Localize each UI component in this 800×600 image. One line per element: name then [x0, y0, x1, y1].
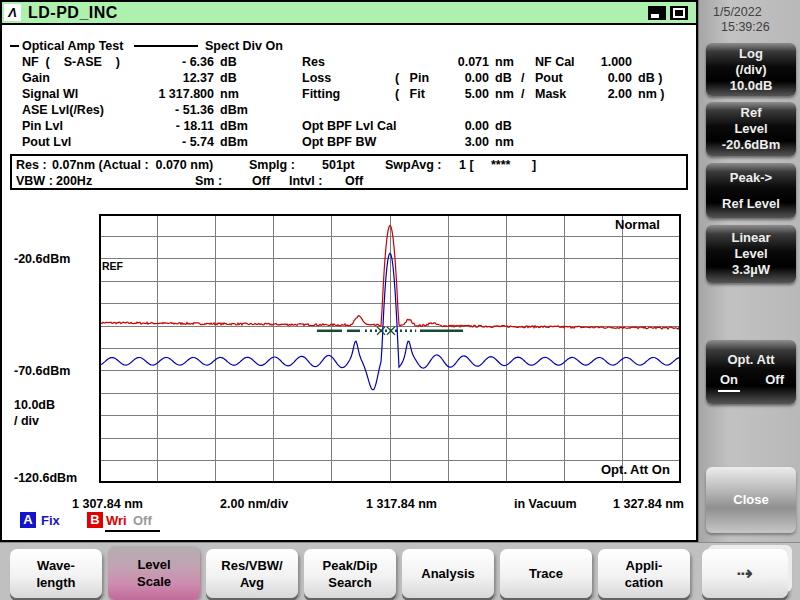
softkey-label: Level [706, 246, 796, 262]
menu-button-more-pages[interactable]: ⇢ [702, 549, 788, 598]
yaxis-bottom-level-label: -120.6dBm [14, 471, 77, 485]
meas-value: - 51.36 [130, 103, 214, 117]
meas-unit: dBm [220, 103, 248, 117]
softkey-panel: 1/5/2022 15:39:26 Log (/div) 10.0dB Ref … [698, 0, 800, 542]
menu-button-application[interactable]: Appli- cation [598, 549, 690, 598]
param-label: NF Cal [535, 55, 575, 69]
param-value: 2.00 [575, 87, 632, 101]
softkey-ref-level[interactable]: Ref Level -20.6dBm [706, 102, 796, 156]
section-rule [10, 45, 19, 47]
opt-att-off-option[interactable]: Off [765, 372, 784, 392]
softkey-opt-att[interactable]: Opt. Att On Off [706, 340, 796, 404]
menu-label: Peak/Dip [304, 557, 396, 574]
status-label: Sm : [195, 174, 222, 188]
menu-label: Res/VBW/ [206, 557, 298, 574]
menu-button-level-scale[interactable]: Level Scale [108, 546, 200, 600]
param-value: 0.00 [432, 71, 489, 85]
trace-a-mode: Fix [41, 513, 60, 528]
param-row-res: Res 0.071 nm NF Cal 1.000 [2, 55, 696, 71]
softkey-value: 10.0dB [706, 78, 796, 94]
status-value: Off [345, 174, 363, 188]
minimize-button[interactable] [648, 6, 666, 20]
status-value: 200Hz [56, 174, 92, 188]
param-unit: nm ) [638, 87, 664, 101]
softkey-linear-level[interactable]: Linear Level 3.3µW [706, 225, 796, 283]
spect-div-status: Spect Div On [205, 39, 283, 53]
softkey-value: -20.6dBm [706, 137, 796, 153]
window-title: LD-PD_INC [28, 2, 118, 23]
param-label: Opt BPF Lvl Cal [302, 119, 396, 133]
status-label: VBW : [16, 174, 53, 188]
yaxis-scale-label: / div [14, 414, 39, 428]
status-label: Res : [16, 158, 47, 172]
param-row-bpf-bw: Opt BPF BW 3.00 nm [2, 135, 696, 151]
status-label: SwpAvg : [385, 158, 441, 172]
menu-label: cation [598, 574, 690, 591]
param-label: Opt BPF BW [302, 135, 376, 149]
maximize-button[interactable] [670, 6, 688, 20]
meas-label: ASE Lvl(/Res) [22, 103, 104, 117]
datetime-display: 1/5/2022 15:39:26 [713, 5, 770, 35]
menu-button-res-vbw-avg[interactable]: Res/VBW/ Avg [206, 549, 298, 598]
softkey-label: Close [706, 492, 796, 508]
softkey-value: 3.3µW [706, 262, 796, 278]
yaxis-ref-level-label: -20.6dBm [14, 252, 70, 266]
param-label: Fitting [302, 87, 340, 101]
param-label: ( Fit [395, 87, 425, 101]
status-value: Off [252, 174, 270, 188]
param-row-bpf-cal: Opt BPF Lvl Cal 0.00 dB [2, 119, 696, 135]
param-row-fitting: Fitting ( Fit 5.00 nm / Mask 2.00 nm ) [2, 87, 696, 103]
trace-b-underline [105, 530, 160, 532]
menu-button-analysis[interactable]: Analysis [402, 549, 494, 598]
softkey-label: Ref [706, 105, 796, 121]
section-rule [134, 45, 198, 47]
maximize-icon [673, 8, 685, 18]
menu-button-peak-dip-search[interactable]: Peak/Dip Search [304, 549, 396, 598]
time-text: 15:39:26 [713, 20, 770, 35]
status-label: Intvl : [289, 174, 322, 188]
param-value: 3.00 [432, 135, 489, 149]
param-unit: nm [495, 87, 514, 101]
softkey-label: Opt. Att [706, 352, 796, 368]
status-value: **** [491, 158, 510, 172]
menu-button-wavelength[interactable]: Wave- length [10, 549, 102, 598]
param-unit: nm [495, 135, 514, 149]
trace-b-badge: B [87, 512, 103, 528]
softkey-log-per-div[interactable]: Log (/div) 10.0dB [706, 43, 796, 96]
param-label: Res [302, 55, 325, 69]
softkey-label: Peak-> [706, 170, 796, 186]
trace-b-mode: Wri [106, 513, 127, 528]
main-window: Λ LD-PD_INC Optical Amp Test Spect Div O… [0, 0, 698, 542]
menu-button-trace[interactable]: Trace [500, 549, 592, 598]
param-value: 0.00 [432, 119, 489, 133]
menu-label: Analysis [402, 565, 494, 582]
param-row-loss: Loss ( Pin 0.00 dB / Pout 0.00 dB ) [2, 71, 696, 87]
menu-label: Scale [108, 573, 200, 590]
param-separator: / [521, 87, 524, 101]
xaxis-center-label: 1 317.84 nm [366, 497, 437, 511]
softkey-label: Ref Level [706, 196, 796, 212]
ref-line-label: REF [102, 260, 123, 272]
menu-label: Level [108, 556, 200, 573]
softkey-label: Log [706, 46, 796, 62]
param-label: Pout [535, 71, 563, 85]
bottom-menu-bar: Wave- length Level Scale Res/VBW/ Avg Pe… [0, 542, 800, 600]
param-separator: / [521, 71, 524, 85]
softkey-label: Level [706, 121, 796, 137]
spectrum-chart [99, 214, 681, 483]
softkey-peak-to-ref-level[interactable]: Peak-> Ref Level [706, 163, 796, 218]
status-value: 0.07nm (Actual : 0.070 nm) [52, 158, 213, 172]
trace-a-badge: A [20, 512, 36, 528]
xaxis-medium-label: in Vacuum [514, 497, 577, 511]
param-label: Mask [535, 87, 566, 101]
opt-att-on-option[interactable]: On [718, 372, 740, 392]
xaxis-end-label: 1 327.84 nm [613, 497, 684, 511]
menu-label: Trace [500, 565, 592, 582]
yaxis-scale-label: 10.0dB [14, 398, 55, 412]
status-value: ] [532, 158, 536, 172]
xaxis-start-label: 1 307.84 nm [72, 497, 143, 511]
param-value: 1.000 [575, 55, 632, 69]
softkey-close[interactable]: Close [706, 467, 796, 533]
spectrum-plot [99, 214, 681, 483]
right-dashed-arrow-icon: ⇢ [702, 565, 788, 582]
